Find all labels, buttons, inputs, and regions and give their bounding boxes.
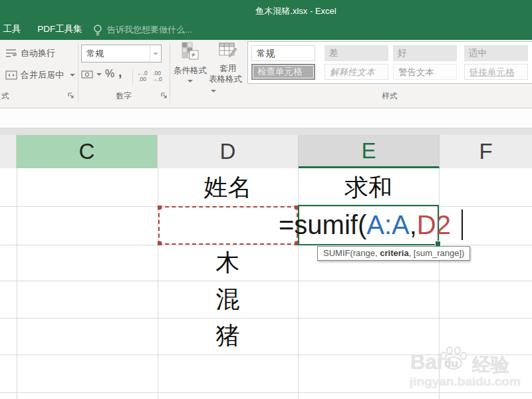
accounting-format-dropdown-arrow[interactable] <box>96 73 102 76</box>
style-chip-normal[interactable]: 常规 <box>251 45 315 61</box>
merge-center-icon <box>5 70 17 80</box>
merge-center-dropdown-arrow[interactable] <box>70 74 75 76</box>
text-cursor <box>462 209 463 240</box>
column-header-d[interactable]: D <box>158 135 299 168</box>
column-header-row: C D E F <box>0 128 532 168</box>
cell-e1[interactable]: 求和 <box>298 169 439 206</box>
referenced-cell-d2-marching-ants <box>158 206 298 245</box>
conditional-formatting-icon: ≠ <box>181 42 200 63</box>
column-header-f[interactable]: F <box>440 135 532 168</box>
tell-me-placeholder: 告诉我您想要做什么... <box>107 24 192 36</box>
number-format-dropdown-arrow[interactable] <box>150 45 161 62</box>
title-bar: 鱼木混猪.xlsx - Excel 工具 PDF工具集 告诉我您想要做什么... <box>0 0 532 40</box>
formula-part-criteria: D2 <box>417 210 451 239</box>
merge-center-button[interactable]: 合并后居中 <box>5 69 75 81</box>
format-as-table-dropdown-arrow[interactable] <box>211 90 216 92</box>
style-chip-good[interactable]: 好 <box>393 45 457 61</box>
formula-part-comma: , <box>410 210 417 239</box>
cell-styles-gallery: 常规 差 好 适中 检查单元格 解释性文本 警告文本 链接单元格 <box>247 41 532 84</box>
comma-style-button[interactable]: , <box>118 65 122 80</box>
style-chip-neutral[interactable]: 适中 <box>464 45 528 61</box>
style-chip-warning-text[interactable]: 警告文本 <box>393 64 457 80</box>
svg-text:≠: ≠ <box>192 51 196 59</box>
increase-decimal-button[interactable]: ←.0 .00 <box>136 70 149 82</box>
mini-divider <box>132 69 133 85</box>
style-chip-explanatory-text[interactable]: 解释性文本 <box>325 64 388 80</box>
ants-corner <box>158 205 162 209</box>
alignment-dialog-launcher-icon[interactable] <box>67 92 74 99</box>
wrap-text-button[interactable]: 自动换行 <box>5 47 55 59</box>
wrap-text-icon <box>5 49 17 59</box>
column-header-b-sliver[interactable] <box>0 135 17 168</box>
function-argument-tooltip: SUMIF(range, criteria, [sum_range]) <box>317 246 470 261</box>
style-chip-check-cell[interactable]: 检查单元格 <box>251 64 315 80</box>
formula-part-range: A:A <box>366 210 409 239</box>
currency-icon <box>81 70 93 79</box>
ribbon-tab-pdf-tools[interactable]: PDF工具集 <box>33 21 86 39</box>
column-header-c[interactable]: C <box>17 135 158 168</box>
conditional-formatting-button[interactable]: ≠ 条件格式 <box>172 42 209 82</box>
group-divider <box>170 43 170 103</box>
formula-in-cell-editor[interactable]: =sumif(A:A,D2 <box>279 206 451 243</box>
number-format-value: 常规 <box>82 48 150 60</box>
styles-group-label: 样式 <box>247 91 532 101</box>
format-as-table-button[interactable]: 套用 表格格式 <box>209 42 247 95</box>
baidu-watermark-du: du <box>444 357 458 370</box>
format-as-table-icon <box>219 42 237 62</box>
cell-d5[interactable]: 猪 <box>158 318 298 354</box>
cell-d1[interactable]: 姓名 <box>158 169 298 206</box>
conditional-formatting-dropdown-arrow[interactable] <box>188 80 193 82</box>
ribbon-tab-tools-partial[interactable]: 工具 <box>0 21 24 39</box>
column-header-e[interactable]: E <box>299 135 440 168</box>
ants-corner <box>158 241 162 245</box>
alignment-group-label: 式 <box>1 91 9 101</box>
tell-me-box[interactable]: 告诉我您想要做什么... <box>93 23 192 37</box>
accounting-format-button[interactable] <box>81 70 102 79</box>
cell-d4[interactable]: 混 <box>158 281 298 318</box>
formula-part-function: =sumif( <box>279 210 366 239</box>
ribbon: 自动换行 合并后居中 式 常规 <box>0 40 532 108</box>
cell-d3[interactable]: 木 <box>158 245 298 281</box>
number-group-label: 数字 <box>78 91 170 101</box>
gridline <box>0 392 532 393</box>
number-format-dropdown[interactable]: 常规 <box>81 45 162 63</box>
baidu-watermark-logo: Bai <box>410 350 442 374</box>
percent-style-button[interactable]: % <box>105 68 114 80</box>
number-dialog-launcher-icon[interactable] <box>160 92 168 99</box>
style-chip-linked-cell[interactable]: 链接单元格 <box>464 64 528 80</box>
lightbulb-icon <box>93 24 102 37</box>
baidu-watermark-url: jingyan.baidu.com <box>410 374 521 389</box>
excel-window: 鱼木混猪.xlsx - Excel 工具 PDF工具集 告诉我您想要做什么... <box>0 0 532 399</box>
decrease-decimal-button[interactable]: .00 →.0 <box>150 70 164 82</box>
gridline <box>17 168 17 399</box>
style-chip-bad[interactable]: 差 <box>325 45 388 61</box>
window-title: 鱼木混猪.xlsx - Excel <box>0 5 532 17</box>
formula-bar[interactable] <box>0 108 532 128</box>
worksheet-grid[interactable]: Bai du 经验 jingyan.baidu.com 姓名 求和 木 混 猪 <box>0 168 532 399</box>
